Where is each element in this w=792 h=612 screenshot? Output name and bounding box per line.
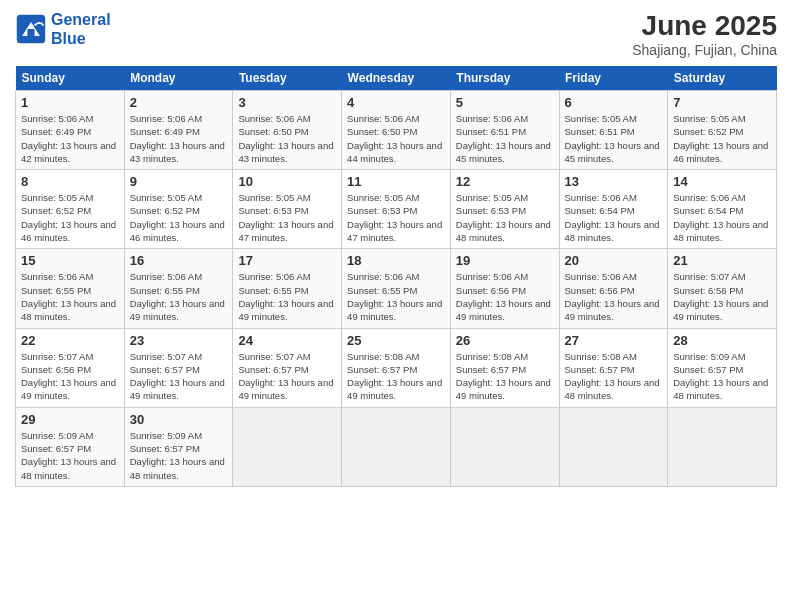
- day-info: Sunrise: 5:06 AM Sunset: 6:54 PM Dayligh…: [565, 191, 663, 244]
- header-thursday: Thursday: [450, 66, 559, 91]
- day-number: 24: [238, 333, 336, 348]
- calendar-cell: 13Sunrise: 5:06 AM Sunset: 6:54 PM Dayli…: [559, 170, 668, 249]
- logo: General Blue: [15, 10, 111, 48]
- weekday-header-row: Sunday Monday Tuesday Wednesday Thursday…: [16, 66, 777, 91]
- calendar-row: 15Sunrise: 5:06 AM Sunset: 6:55 PM Dayli…: [16, 249, 777, 328]
- day-info: Sunrise: 5:06 AM Sunset: 6:49 PM Dayligh…: [21, 112, 119, 165]
- day-number: 7: [673, 95, 771, 110]
- day-info: Sunrise: 5:06 AM Sunset: 6:55 PM Dayligh…: [21, 270, 119, 323]
- month-title: June 2025: [632, 10, 777, 42]
- calendar-cell: 17Sunrise: 5:06 AM Sunset: 6:55 PM Dayli…: [233, 249, 342, 328]
- calendar-cell: [233, 407, 342, 486]
- header-wednesday: Wednesday: [342, 66, 451, 91]
- day-number: 14: [673, 174, 771, 189]
- calendar-cell: 11Sunrise: 5:05 AM Sunset: 6:53 PM Dayli…: [342, 170, 451, 249]
- day-number: 15: [21, 253, 119, 268]
- day-info: Sunrise: 5:05 AM Sunset: 6:53 PM Dayligh…: [238, 191, 336, 244]
- day-info: Sunrise: 5:06 AM Sunset: 6:55 PM Dayligh…: [347, 270, 445, 323]
- calendar-cell: 28Sunrise: 5:09 AM Sunset: 6:57 PM Dayli…: [668, 328, 777, 407]
- calendar-cell: 14Sunrise: 5:06 AM Sunset: 6:54 PM Dayli…: [668, 170, 777, 249]
- calendar-cell: 9Sunrise: 5:05 AM Sunset: 6:52 PM Daylig…: [124, 170, 233, 249]
- day-number: 30: [130, 412, 228, 427]
- calendar-cell: 21Sunrise: 5:07 AM Sunset: 6:56 PM Dayli…: [668, 249, 777, 328]
- calendar-cell: 10Sunrise: 5:05 AM Sunset: 6:53 PM Dayli…: [233, 170, 342, 249]
- calendar-table: Sunday Monday Tuesday Wednesday Thursday…: [15, 66, 777, 487]
- day-number: 23: [130, 333, 228, 348]
- day-number: 22: [21, 333, 119, 348]
- logo-line1: General: [51, 11, 111, 28]
- calendar-row: 29Sunrise: 5:09 AM Sunset: 6:57 PM Dayli…: [16, 407, 777, 486]
- svg-rect-2: [27, 29, 34, 36]
- calendar-cell: 6Sunrise: 5:05 AM Sunset: 6:51 PM Daylig…: [559, 91, 668, 170]
- header-tuesday: Tuesday: [233, 66, 342, 91]
- day-info: Sunrise: 5:05 AM Sunset: 6:53 PM Dayligh…: [347, 191, 445, 244]
- day-info: Sunrise: 5:06 AM Sunset: 6:55 PM Dayligh…: [130, 270, 228, 323]
- calendar-cell: 1Sunrise: 5:06 AM Sunset: 6:49 PM Daylig…: [16, 91, 125, 170]
- day-info: Sunrise: 5:07 AM Sunset: 6:56 PM Dayligh…: [673, 270, 771, 323]
- day-info: Sunrise: 5:08 AM Sunset: 6:57 PM Dayligh…: [565, 350, 663, 403]
- calendar-cell: 15Sunrise: 5:06 AM Sunset: 6:55 PM Dayli…: [16, 249, 125, 328]
- day-number: 2: [130, 95, 228, 110]
- header-saturday: Saturday: [668, 66, 777, 91]
- day-number: 5: [456, 95, 554, 110]
- calendar-cell: 18Sunrise: 5:06 AM Sunset: 6:55 PM Dayli…: [342, 249, 451, 328]
- day-info: Sunrise: 5:06 AM Sunset: 6:50 PM Dayligh…: [347, 112, 445, 165]
- header: General Blue June 2025 Shajiang, Fujian,…: [15, 10, 777, 58]
- day-number: 17: [238, 253, 336, 268]
- logo-text: General Blue: [51, 10, 111, 48]
- day-number: 26: [456, 333, 554, 348]
- day-info: Sunrise: 5:06 AM Sunset: 6:56 PM Dayligh…: [456, 270, 554, 323]
- calendar-cell: 24Sunrise: 5:07 AM Sunset: 6:57 PM Dayli…: [233, 328, 342, 407]
- day-number: 8: [21, 174, 119, 189]
- calendar-cell: 4Sunrise: 5:06 AM Sunset: 6:50 PM Daylig…: [342, 91, 451, 170]
- calendar-cell: 23Sunrise: 5:07 AM Sunset: 6:57 PM Dayli…: [124, 328, 233, 407]
- day-number: 16: [130, 253, 228, 268]
- day-info: Sunrise: 5:08 AM Sunset: 6:57 PM Dayligh…: [347, 350, 445, 403]
- day-number: 10: [238, 174, 336, 189]
- calendar-cell: 8Sunrise: 5:05 AM Sunset: 6:52 PM Daylig…: [16, 170, 125, 249]
- day-info: Sunrise: 5:07 AM Sunset: 6:56 PM Dayligh…: [21, 350, 119, 403]
- calendar-cell: 29Sunrise: 5:09 AM Sunset: 6:57 PM Dayli…: [16, 407, 125, 486]
- location-subtitle: Shajiang, Fujian, China: [632, 42, 777, 58]
- calendar-cell: 16Sunrise: 5:06 AM Sunset: 6:55 PM Dayli…: [124, 249, 233, 328]
- day-number: 20: [565, 253, 663, 268]
- day-info: Sunrise: 5:09 AM Sunset: 6:57 PM Dayligh…: [21, 429, 119, 482]
- calendar-cell: 19Sunrise: 5:06 AM Sunset: 6:56 PM Dayli…: [450, 249, 559, 328]
- calendar-cell: 12Sunrise: 5:05 AM Sunset: 6:53 PM Dayli…: [450, 170, 559, 249]
- day-info: Sunrise: 5:07 AM Sunset: 6:57 PM Dayligh…: [130, 350, 228, 403]
- calendar-cell: 30Sunrise: 5:09 AM Sunset: 6:57 PM Dayli…: [124, 407, 233, 486]
- day-number: 9: [130, 174, 228, 189]
- day-number: 19: [456, 253, 554, 268]
- calendar-cell: 3Sunrise: 5:06 AM Sunset: 6:50 PM Daylig…: [233, 91, 342, 170]
- day-number: 3: [238, 95, 336, 110]
- day-number: 1: [21, 95, 119, 110]
- day-info: Sunrise: 5:06 AM Sunset: 6:55 PM Dayligh…: [238, 270, 336, 323]
- day-number: 29: [21, 412, 119, 427]
- day-info: Sunrise: 5:06 AM Sunset: 6:50 PM Dayligh…: [238, 112, 336, 165]
- day-number: 11: [347, 174, 445, 189]
- day-info: Sunrise: 5:06 AM Sunset: 6:49 PM Dayligh…: [130, 112, 228, 165]
- calendar-row: 22Sunrise: 5:07 AM Sunset: 6:56 PM Dayli…: [16, 328, 777, 407]
- calendar-cell: 25Sunrise: 5:08 AM Sunset: 6:57 PM Dayli…: [342, 328, 451, 407]
- day-info: Sunrise: 5:06 AM Sunset: 6:56 PM Dayligh…: [565, 270, 663, 323]
- day-info: Sunrise: 5:06 AM Sunset: 6:51 PM Dayligh…: [456, 112, 554, 165]
- header-sunday: Sunday: [16, 66, 125, 91]
- calendar-cell: 20Sunrise: 5:06 AM Sunset: 6:56 PM Dayli…: [559, 249, 668, 328]
- page-container: General Blue June 2025 Shajiang, Fujian,…: [0, 0, 792, 497]
- day-number: 27: [565, 333, 663, 348]
- day-number: 28: [673, 333, 771, 348]
- day-info: Sunrise: 5:05 AM Sunset: 6:53 PM Dayligh…: [456, 191, 554, 244]
- title-block: June 2025 Shajiang, Fujian, China: [632, 10, 777, 58]
- logo-icon: [15, 13, 47, 45]
- calendar-cell: [559, 407, 668, 486]
- calendar-cell: [668, 407, 777, 486]
- calendar-cell: 27Sunrise: 5:08 AM Sunset: 6:57 PM Dayli…: [559, 328, 668, 407]
- calendar-cell: 5Sunrise: 5:06 AM Sunset: 6:51 PM Daylig…: [450, 91, 559, 170]
- day-info: Sunrise: 5:07 AM Sunset: 6:57 PM Dayligh…: [238, 350, 336, 403]
- day-info: Sunrise: 5:09 AM Sunset: 6:57 PM Dayligh…: [130, 429, 228, 482]
- day-number: 25: [347, 333, 445, 348]
- day-number: 4: [347, 95, 445, 110]
- calendar-row: 1Sunrise: 5:06 AM Sunset: 6:49 PM Daylig…: [16, 91, 777, 170]
- header-monday: Monday: [124, 66, 233, 91]
- day-info: Sunrise: 5:09 AM Sunset: 6:57 PM Dayligh…: [673, 350, 771, 403]
